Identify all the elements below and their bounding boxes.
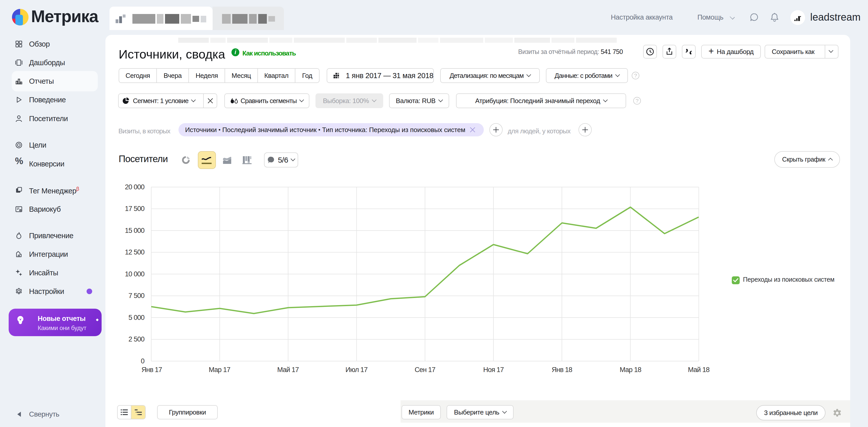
svg-text:Май 17: Май 17 xyxy=(277,366,299,373)
svg-text:20 000: 20 000 xyxy=(125,183,144,191)
svg-text:7 500: 7 500 xyxy=(128,292,144,299)
svg-text:5 000: 5 000 xyxy=(128,314,144,321)
svg-text:2 500: 2 500 xyxy=(128,335,144,343)
svg-text:10 000: 10 000 xyxy=(125,270,144,278)
svg-text:Янв 17: Янв 17 xyxy=(142,366,162,373)
svg-text:15 000: 15 000 xyxy=(125,227,144,234)
svg-text:12 500: 12 500 xyxy=(125,249,144,256)
svg-text:Переходы из поисковых систем: Переходы из поисковых систем xyxy=(743,276,834,283)
svg-text:Янв 18: Янв 18 xyxy=(552,366,572,373)
svg-text:Мар 18: Мар 18 xyxy=(620,366,641,373)
svg-text:Июл 17: Июл 17 xyxy=(345,366,367,373)
svg-text:Мар 17: Мар 17 xyxy=(209,366,230,373)
svg-text:Ноя 17: Ноя 17 xyxy=(483,366,504,373)
svg-text:17 500: 17 500 xyxy=(125,205,144,212)
svg-text:Май 18: Май 18 xyxy=(688,366,709,373)
svg-text:0: 0 xyxy=(141,357,144,365)
svg-text:Сен 17: Сен 17 xyxy=(415,366,435,373)
